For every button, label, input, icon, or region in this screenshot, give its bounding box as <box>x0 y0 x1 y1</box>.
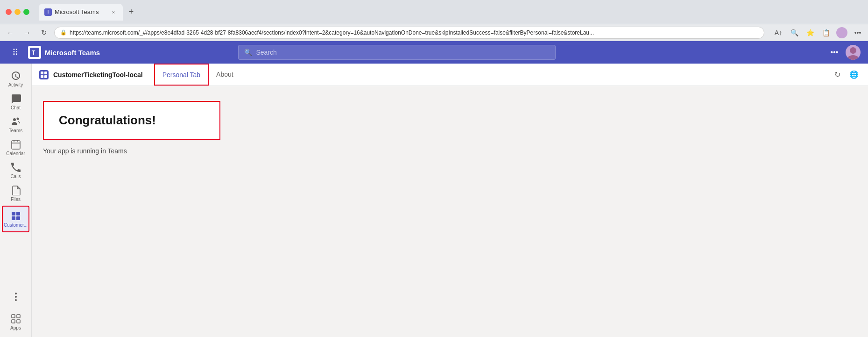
app-icon-small <box>39 70 49 79</box>
teams-logo: T Microsoft Teams <box>28 46 100 59</box>
svg-rect-15 <box>17 315 20 318</box>
congratulations-box: Congratulations! <box>43 101 220 140</box>
apps-icon <box>10 313 21 324</box>
favorites-icon[interactable]: ⭐ <box>804 26 817 39</box>
maximize-traffic-light[interactable] <box>23 9 29 15</box>
svg-rect-19 <box>44 72 47 74</box>
svg-rect-17 <box>17 320 20 323</box>
svg-rect-20 <box>41 75 43 78</box>
main-area: Activity Chat <box>0 64 868 337</box>
forward-button[interactable]: → <box>21 26 34 39</box>
sidebar-item-calendar[interactable]: Calendar <box>0 136 31 159</box>
teams-header: ⠿ T Microsoft Teams 🔍 Search ••• <box>0 41 868 64</box>
minimize-traffic-light[interactable] <box>14 9 21 15</box>
congratulations-title: Congratulations! <box>59 113 205 128</box>
customer-app-label: Customer... <box>4 222 28 228</box>
calendar-icon <box>10 139 21 150</box>
sidebar-item-files[interactable]: Files <box>0 182 31 205</box>
search-icon: 🔍 <box>244 49 252 56</box>
header-right: ••• <box>827 45 861 60</box>
search-placeholder: Search <box>256 49 276 56</box>
teams-logo-icon: T <box>28 46 41 59</box>
sidebar-item-activity[interactable]: Activity <box>0 67 31 90</box>
refresh-button[interactable]: ↻ <box>37 26 50 39</box>
user-avatar[interactable] <box>846 45 861 60</box>
calendar-label: Calendar <box>6 151 25 156</box>
svg-point-4 <box>13 118 16 121</box>
svg-rect-11 <box>16 212 20 215</box>
svg-rect-16 <box>12 320 15 323</box>
reading-view-icon[interactable]: A↑ <box>772 26 785 39</box>
header-search[interactable]: 🔍 Search <box>238 45 556 60</box>
profile-avatar[interactable] <box>836 27 847 38</box>
files-icon <box>10 185 21 196</box>
waffle-icon[interactable]: ⠿ <box>7 45 22 60</box>
address-bar[interactable]: 🔒 https://teams.microsoft.com/_#/apps/e8… <box>54 27 764 39</box>
content-area: CustomerTicketingTool-local Personal Tab… <box>32 64 868 337</box>
sidebar-item-customer[interactable]: Customer... <box>2 206 29 232</box>
svg-rect-18 <box>41 72 43 74</box>
address-text: https://teams.microsoft.com/_#/apps/e8e4… <box>70 29 594 36</box>
tab-personal-tab-label: Personal Tab <box>162 71 200 79</box>
globe-icon[interactable]: 🌐 <box>847 68 861 81</box>
tab-close-button[interactable]: × <box>110 8 117 16</box>
app-container: ⠿ T Microsoft Teams 🔍 Search ••• <box>0 41 868 337</box>
teams-icon <box>10 116 21 127</box>
calls-icon <box>10 162 21 173</box>
svg-rect-10 <box>12 212 15 215</box>
browser-chrome: T Microsoft Teams × + <box>0 0 868 24</box>
sidebar-item-calls[interactable]: Calls <box>0 159 31 182</box>
browser-nav-icons: A↑ 🔍 ⭐ 📋 ••• <box>772 26 864 39</box>
teams-label: Teams <box>9 128 22 133</box>
svg-point-5 <box>16 118 19 120</box>
content-header: CustomerTicketingTool-local Personal Tab… <box>32 64 868 86</box>
sidebar-item-chat[interactable]: Chat <box>0 90 31 113</box>
sidebar-item-apps[interactable]: Apps <box>0 310 31 333</box>
close-traffic-light[interactable] <box>6 9 12 15</box>
lock-icon: 🔒 <box>60 29 67 36</box>
chat-label: Chat <box>11 105 21 110</box>
browser-nav-bar: ← → ↻ 🔒 https://teams.microsoft.com/_#/a… <box>0 24 868 41</box>
more-options-icon[interactable]: ••• <box>851 26 864 39</box>
congratulations-subtitle: Your app is running in Teams <box>43 147 857 155</box>
collections-icon[interactable]: 📋 <box>819 26 833 39</box>
files-label: Files <box>11 197 21 202</box>
teams-logo-text: Microsoft Teams <box>45 49 100 57</box>
svg-rect-13 <box>16 216 20 220</box>
new-tab-button[interactable]: + <box>125 6 138 19</box>
sidebar-more-button[interactable] <box>0 283 31 310</box>
svg-rect-14 <box>12 315 15 318</box>
content-header-actions: ↻ 🌐 <box>831 68 861 81</box>
tab-about[interactable]: About <box>209 64 241 86</box>
sidebar: Activity Chat <box>0 64 32 337</box>
app-title: CustomerTicketingTool-local <box>53 71 143 79</box>
svg-point-3 <box>847 55 859 60</box>
back-button[interactable]: ← <box>4 26 17 39</box>
activity-icon <box>10 70 21 81</box>
tab-about-label: About <box>216 71 233 78</box>
calls-label: Calls <box>10 174 21 179</box>
activity-label: Activity <box>8 82 23 87</box>
customer-app-icon <box>10 210 21 222</box>
tab-title: Microsoft Teams <box>55 8 99 15</box>
content-tabs: Personal Tab About <box>154 64 241 86</box>
profile-icon[interactable] <box>835 26 848 39</box>
apps-label: Apps <box>10 325 21 330</box>
active-browser-tab[interactable]: T Microsoft Teams × <box>39 4 123 21</box>
more-dots <box>15 289 17 305</box>
tab-favicon: T <box>44 8 52 16</box>
svg-point-2 <box>850 47 856 54</box>
svg-rect-12 <box>12 216 15 220</box>
browser-tab-bar: T Microsoft Teams × + <box>39 4 138 21</box>
tab-personal-tab[interactable]: Personal Tab <box>154 64 209 86</box>
more-options-button[interactable]: ••• <box>827 45 842 60</box>
content-body: Congratulations! Your app is running in … <box>32 86 868 337</box>
chat-icon <box>10 93 21 104</box>
traffic-lights <box>6 9 29 15</box>
sidebar-item-teams[interactable]: Teams <box>0 113 31 136</box>
svg-rect-21 <box>44 75 47 78</box>
refresh-icon[interactable]: ↻ <box>831 68 844 81</box>
search-icon[interactable]: 🔍 <box>788 26 801 39</box>
svg-rect-6 <box>12 141 20 149</box>
svg-text:T: T <box>32 50 35 56</box>
